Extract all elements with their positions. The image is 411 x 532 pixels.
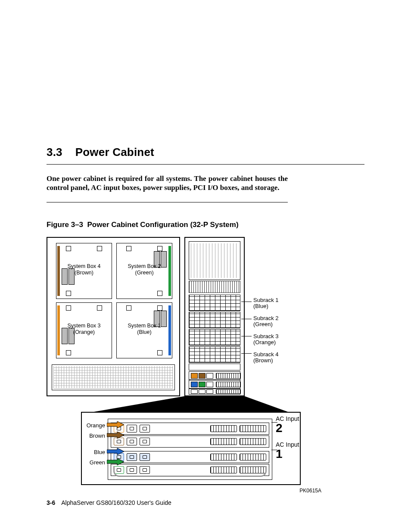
label-ac-input-2: AC Input 2 <box>276 415 299 435</box>
rule-bottom <box>47 202 288 202</box>
label-subrack-3: Subrack 3(Orange) <box>253 333 279 346</box>
system-box-color: Orange <box>75 329 93 335</box>
figure: System Box 4 (Brown) System Box 2 (Green… <box>47 237 357 485</box>
subrack-4 <box>189 346 240 363</box>
arrow-icon <box>107 421 124 428</box>
ac-tray-brown <box>111 436 269 448</box>
section-intro: One power cabinet is required for all sy… <box>47 174 288 193</box>
control-panel <box>189 281 240 293</box>
arrow-icon <box>107 458 124 465</box>
section-title: Power Cabinet <box>75 146 154 159</box>
figure-code: PK0615A <box>299 488 321 494</box>
ac-tray-blue <box>111 451 269 463</box>
system-box-name: System Box 4 <box>67 263 100 269</box>
system-box-4: System Box 4 (Brown) <box>56 243 112 299</box>
system-box-name: System Box 1 <box>128 323 161 329</box>
book-title: AlphaServer GS80/160/320 User's Guide <box>61 499 171 506</box>
system-box-color: Brown <box>76 270 91 276</box>
figure-label: Figure 3–3 <box>47 221 83 229</box>
page-number: 3-6 <box>47 499 55 506</box>
subrack-3 <box>189 329 240 345</box>
ac-input-detail: Orange Brown Blue Green AC Input 2 <box>81 412 301 485</box>
key-green: Green <box>81 459 105 466</box>
system-box-name: System Box 3 <box>67 323 100 329</box>
subrack-2 <box>189 312 240 328</box>
subrack-1 <box>189 295 240 311</box>
arrow-icon <box>107 432 124 439</box>
system-box-3: System Box 3 (Orange) <box>56 302 112 358</box>
zoom-wedge <box>47 395 357 413</box>
vertical-slot <box>189 241 240 280</box>
dot-panel-left <box>52 364 175 390</box>
system-box-name: System Box 2 <box>128 263 161 269</box>
section-number: 3.3 <box>47 146 62 159</box>
figure-caption: Figure 3–3 Power Cabinet Configuration (… <box>47 221 364 229</box>
ac-input-row <box>189 380 240 389</box>
page-footer: 3-6AlphaServer GS80/160/320 User's Guide <box>47 499 171 506</box>
svg-marker-0 <box>94 395 288 412</box>
section-heading: 3.3Power Cabinet <box>47 146 364 159</box>
label-subrack-4: Subrack 4(Brown) <box>253 352 279 364</box>
svg-marker-1 <box>107 421 124 428</box>
key-brown: Brown <box>81 432 105 439</box>
label-subrack-1: Subrack 1(Blue) <box>253 297 279 310</box>
svg-marker-4 <box>107 458 124 465</box>
key-orange: Orange <box>81 422 105 429</box>
label-ac-input-1: AC Input 1 <box>276 441 299 461</box>
system-box-1: System Box 1 (Blue) <box>116 302 172 358</box>
cabinet-system-boxes: System Box 4 (Brown) System Box 2 (Green… <box>47 237 180 396</box>
rule-top <box>47 164 364 165</box>
spacer-bar <box>189 364 240 370</box>
arrow-icon <box>107 448 124 455</box>
ac-input-row <box>189 389 240 395</box>
svg-marker-3 <box>107 448 124 455</box>
figure-title: Power Cabinet Configuration (32-P System… <box>87 221 239 229</box>
cabinet-power <box>184 237 245 396</box>
system-box-color: Green <box>137 270 152 276</box>
ac-tray-orange <box>111 423 269 435</box>
system-box-2: System Box 2 (Green) <box>116 243 172 299</box>
system-box-color: Blue <box>139 329 149 335</box>
cable-loop <box>113 466 267 477</box>
ac-input-row <box>189 371 240 380</box>
label-subrack-2: Subrack 2(Green) <box>253 315 279 328</box>
svg-marker-2 <box>107 432 124 439</box>
key-blue: Blue <box>81 449 105 455</box>
